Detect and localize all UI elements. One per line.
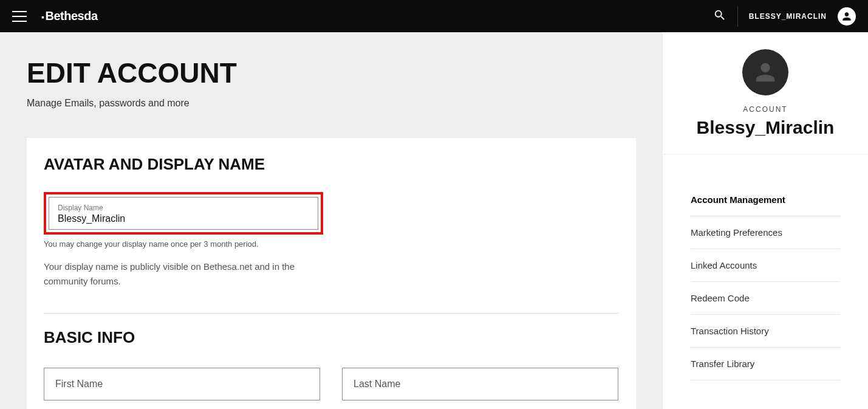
sidebar-item-marketing-preferences[interactable]: Marketing Preferences [691, 216, 840, 249]
display-name-hint-2: Your display name is publicly visible on… [44, 259, 335, 289]
sidebar-item-redeem-code[interactable]: Redeem Code [691, 282, 840, 315]
sidebar-account-label: ACCOUNT [663, 105, 868, 114]
sidebar-item-transaction-history[interactable]: Transaction History [691, 315, 840, 348]
header-avatar-icon[interactable] [838, 7, 856, 26]
page-subtitle: Manage Emails, passwords and more [27, 98, 636, 109]
display-name-input[interactable] [58, 213, 309, 224]
sidebar-item-account-management[interactable]: Account Management [691, 184, 840, 216]
sidebar-item-linked-accounts[interactable]: Linked Accounts [691, 249, 840, 282]
section-basic-info-title: BASIC INFO [44, 328, 619, 347]
menu-icon[interactable] [12, 11, 27, 22]
sidebar-item-transfer-library[interactable]: Transfer Library [691, 348, 840, 380]
header-username[interactable]: BLESSY_MIRACLIN [749, 12, 827, 21]
search-icon[interactable] [713, 9, 726, 24]
account-sidebar: ACCOUNT Blessy_Miraclin Account Manageme… [663, 32, 868, 409]
display-name-highlight: Display Name [44, 192, 323, 235]
page-title: EDIT ACCOUNT [27, 57, 636, 89]
section-avatar-title: AVATAR AND DISPLAY NAME [44, 155, 619, 174]
account-card: AVATAR AND DISPLAY NAME Display Name You… [27, 138, 636, 409]
sidebar-avatar-icon [742, 49, 788, 95]
header-divider [737, 6, 738, 27]
sidebar-nav: Account Management Marketing Preferences… [663, 154, 868, 380]
brand-logo[interactable]: Bethesda [41, 9, 98, 23]
last-name-input[interactable] [342, 368, 618, 400]
display-name-hint-1: You may change your display name once pe… [44, 239, 619, 249]
main-content: EDIT ACCOUNT Manage Emails, passwords an… [0, 32, 663, 409]
first-name-input[interactable] [44, 368, 320, 400]
display-name-label: Display Name [58, 204, 309, 212]
sidebar-username: Blessy_Miraclin [663, 117, 868, 138]
section-divider [44, 313, 619, 314]
top-header: Bethesda BLESSY_MIRACLIN [0, 0, 868, 32]
